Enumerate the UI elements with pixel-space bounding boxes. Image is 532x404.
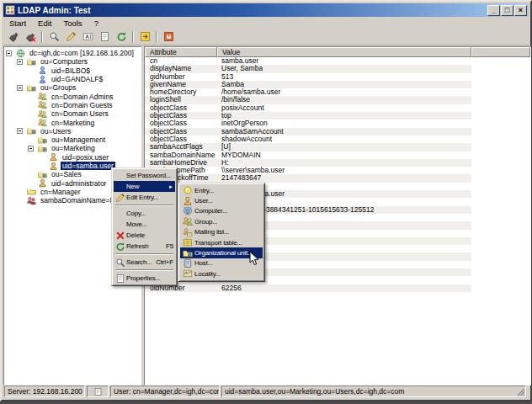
tree-item[interactable]: ou=Marketing [4,144,141,152]
tree-item[interactable]: cn=Domain Guests [4,101,141,109]
tree-item[interactable]: cn=Marketing [4,118,141,126]
tree-item[interactable]: ou=Groups [4,83,141,92]
context-menu-item-new[interactable]: New► [114,181,175,192]
table-row[interactable]: sambaHomeDriveH: [145,159,471,167]
resize-grip[interactable] [517,388,525,396]
tree-item[interactable]: ou=Management [4,136,141,144]
host-icon [183,258,193,268]
submenu-item-group[interactable]: Group... [180,216,263,226]
toolbar-separator [132,31,134,43]
tree-expander-minus[interactable] [17,128,23,134]
tree-item[interactable]: cn=Domain Users [4,109,141,118]
delete-button[interactable] [96,29,113,44]
context-menu-item-move[interactable]: Move... [114,219,175,230]
table-row[interactable]: givenNameSamba [145,81,471,88]
tree-item[interactable]: uid=posix.user [4,153,141,162]
tree-expander-minus[interactable] [17,59,23,65]
attribute-cell: gidNumber [145,73,217,81]
tree-item[interactable]: cn=Domain Admins [4,92,141,100]
computer-icon [183,206,193,216]
table-row[interactable]: loginShell/bin/false [145,96,471,104]
value-cell: \\server\samba.user [217,167,285,174]
tree-item[interactable]: uid=GANDALF$ [4,75,141,83]
table-row[interactable]: sambaDomainNameMYDOMAIN [145,152,471,159]
refresh-button[interactable] [113,29,130,44]
table-row[interactable]: objectClassshadowAccount [145,136,471,143]
menu-item-label: Transport table... [194,239,261,247]
column-header-value[interactable]: Value [217,47,471,57]
table-row[interactable]: objectClasssambaSamAccount [145,128,471,136]
tree-item[interactable]: dc=igh,dc=com [192.168.16.200] [4,49,141,57]
menu-item-label: Group... [194,218,261,226]
group-icon [181,216,194,226]
rename-button[interactable] [79,29,96,44]
menu-item-label: Refresh [126,242,162,250]
value-cell: shadowAccount [217,136,272,143]
context-menu-item-delete[interactable]: Delete [114,230,175,241]
tree-item[interactable]: ou=Computers [4,57,141,66]
tree-item-label: cn=Domain Users [50,109,110,118]
table-row[interactable]: gidNumber513 [145,73,471,81]
table-row[interactable]: sambaHomePath\\server\samba.user [145,167,471,174]
tree-item-label: uid=samba.user [61,162,115,170]
tree-item-label: ou=Users [39,127,73,136]
menubar-item-tools[interactable]: Tools [57,18,88,29]
menubar-item-edit[interactable]: Edit [32,18,57,29]
menu-item-label: User... [194,197,261,205]
minimize-button[interactable]: _ [487,5,500,16]
tree-item[interactable]: uid=BILBO$ [4,66,141,75]
submenu-item-mailing-list[interactable]: Mailing list... [180,227,263,237]
value-cell: /bin/false [217,96,250,104]
disconnect-button[interactable] [22,29,39,44]
domain-icon [27,196,36,205]
maximize-button[interactable]: □ [501,5,513,16]
context-menu-item-set-password[interactable]: Set Password... [114,170,175,181]
exit-button[interactable] [160,29,177,44]
context-menu-item-search[interactable]: Search...Ctrl+F [114,257,175,268]
tree-expander-minus[interactable] [6,50,12,56]
submenu-item-user[interactable]: User... [180,195,263,205]
export-icon [140,31,151,42]
value-cell: MYDOMAIN [217,152,261,159]
context-menu-item-copy[interactable]: Copy... [114,208,175,219]
tree-item[interactable]: ou=Users [4,127,141,136]
menu-item-label: Copy... [126,210,173,217]
menu-item-shortcut: Ctrl+F [156,258,173,266]
submenu-item-transport-table[interactable]: Transport table... [180,237,263,247]
search-button[interactable] [45,29,62,44]
exit-icon [163,31,174,42]
table-row[interactable]: objectClasstop [145,112,471,120]
context-menu-item-refresh[interactable]: RefreshF5 [114,241,175,252]
tree-expander-minus[interactable] [17,85,23,91]
attribute-cell: objectClass [145,136,217,143]
edit-button[interactable] [62,29,79,44]
table-row[interactable]: cnsamba.user [145,57,471,65]
delete-icon [99,31,110,42]
menubar-item-start[interactable]: Start [3,18,32,29]
table-row[interactable]: homeDirectory/home/samba.user [145,88,471,96]
orgunit-icon [38,144,47,153]
submenu-item-locality[interactable]: Locality... [180,268,263,279]
value-cell: /home/samba.user [217,88,280,96]
menubar-item-[interactable]: ? [88,18,104,29]
user-icon [183,196,193,206]
table-row[interactable]: uidNumber62256 [145,284,471,292]
table-row[interactable]: objectClassinetOrgPerson [145,120,471,127]
context-menu-item-edit-entry[interactable]: Edit Entry... [114,192,175,203]
export-button[interactable] [136,29,153,44]
table-row[interactable]: displayNameUser, Samba [145,65,471,72]
tree-item-label: cn=Manager [39,188,82,196]
tree-expander-minus[interactable] [28,146,34,152]
table-row[interactable]: sambaAcctFlags[U] [145,143,471,151]
computer-account-icon [38,75,47,84]
submenu-item-entry[interactable]: Entry... [180,185,263,195]
submenu-item-computer[interactable]: Computer... [180,206,263,216]
close-button[interactable]: × [514,5,527,16]
table-row[interactable]: objectClassposixAccount [145,104,471,112]
connect-button[interactable] [5,29,22,44]
table-row[interactable]: sambaKickoffTime2147483647 [145,174,471,182]
connect-icon [8,31,19,42]
properties-icon [114,274,126,284]
column-header-attribute[interactable]: Attribute [145,47,217,57]
context-menu-item-properties[interactable]: Properties... [114,273,175,284]
